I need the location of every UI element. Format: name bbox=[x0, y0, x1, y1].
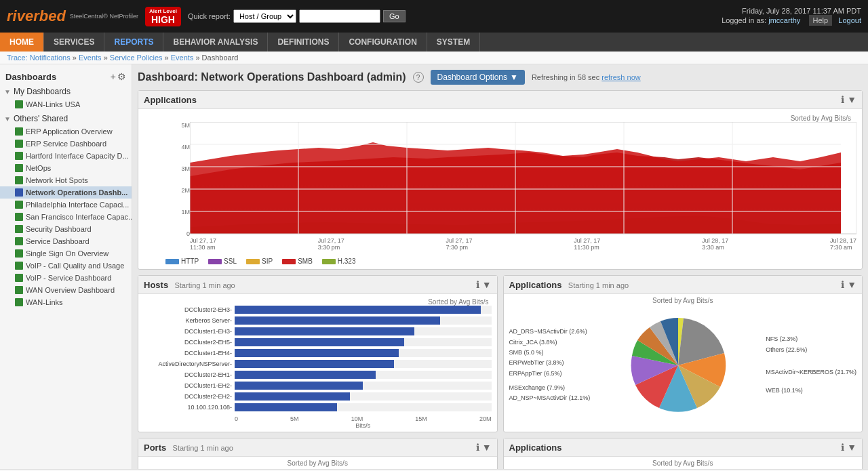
sidebar-item-hartford[interactable]: Hartford Interface Capacity D... bbox=[0, 150, 132, 162]
nav-behavior[interactable]: BEHAVIOR ANALYSIS bbox=[163, 33, 268, 52]
others-shared-label: Others' Shared bbox=[14, 114, 68, 123]
breadcrumb-trace[interactable]: Trace: Notifications bbox=[7, 54, 71, 62]
panel-expand-button[interactable]: ▼ bbox=[847, 94, 856, 105]
ports-expand-button[interactable]: ▼ bbox=[482, 442, 492, 453]
sidebar-item-wan-links-usa[interactable]: WAN-Links USA bbox=[0, 98, 132, 110]
quick-report-input[interactable] bbox=[299, 9, 380, 23]
breadcrumb-events2[interactable]: Events bbox=[171, 54, 194, 62]
logged-in-label: Logged in as: bbox=[722, 16, 766, 24]
hosts-expand-button[interactable]: ▼ bbox=[482, 279, 492, 290]
bar-track bbox=[235, 349, 492, 357]
sidebar-item-erp-service[interactable]: ERP Service Dashboard bbox=[0, 138, 132, 150]
bar-label: DCCluster1-EH2- bbox=[144, 382, 232, 389]
sidebar-item-label: VoIP - Service Dashboard bbox=[26, 274, 111, 282]
sidebar-title: Dashboards bbox=[5, 72, 56, 82]
nav-reports[interactable]: REPORTS bbox=[104, 33, 163, 52]
item-icon bbox=[15, 298, 23, 306]
hosts-bar-row: DCCluster2-EH2- bbox=[144, 392, 492, 401]
pie-label: AD_NSP~MSActivDir (12.1%) bbox=[509, 393, 591, 403]
legend-h323: H.323 bbox=[322, 258, 356, 265]
nav-definitions[interactable]: DEFINITIONS bbox=[268, 33, 339, 52]
refresh-now-link[interactable]: refresh now bbox=[601, 73, 640, 81]
quick-report-select[interactable]: Host / Group bbox=[233, 9, 296, 23]
sidebar-item-philly[interactable]: Philadelphia Interface Capaci... bbox=[0, 199, 132, 211]
my-dashboards-header[interactable]: ▼ My Dashboards bbox=[0, 85, 132, 98]
sidebar-item-wan-links[interactable]: WAN-Links bbox=[0, 296, 132, 308]
pie-label: AD_DRS~MSActivDir (2.6%) bbox=[509, 327, 591, 337]
pie-label: ERPWebTier (3.8%) bbox=[509, 358, 591, 368]
x-label-4: Jul 27, 1711:30 pm bbox=[574, 237, 600, 251]
sidebar-item-label: NetOps bbox=[26, 164, 51, 172]
sidebar-item-erp-app[interactable]: ERP Application Overview bbox=[0, 125, 132, 138]
others-shared-header[interactable]: ▼ Others' Shared bbox=[0, 112, 132, 125]
sidebar-item-voip-service[interactable]: VoIP - Service Dashboard bbox=[0, 272, 132, 284]
hosts-info-button[interactable]: ℹ bbox=[476, 279, 479, 290]
sidebar-item-netops[interactable]: NetOps bbox=[0, 162, 132, 174]
username-link[interactable]: jmccarthy bbox=[768, 16, 800, 24]
sidebar-item-security[interactable]: Security Dashboard bbox=[0, 223, 132, 235]
others-shared-section: ▼ Others' Shared ERP Application Overvie… bbox=[0, 112, 132, 308]
apps3-info-button[interactable]: ℹ bbox=[841, 442, 844, 453]
sidebar-item-label: San Francisco Interface Capac... bbox=[26, 213, 132, 221]
hosts-panel-header: Hosts Starting 1 min ago ℹ ▼ bbox=[138, 276, 497, 294]
hosts-panel-title: Hosts bbox=[144, 280, 168, 290]
dashboard-options-button[interactable]: Dashboard Options ▼ bbox=[431, 70, 525, 85]
sidebar-item-label: ERP Application Overview bbox=[26, 127, 113, 136]
item-icon bbox=[15, 286, 23, 294]
legend-smb: SMB bbox=[282, 258, 313, 265]
sidebar-item-sso[interactable]: Single Sign On Overview bbox=[0, 247, 132, 260]
logo-text: riverbed bbox=[7, 7, 66, 25]
bar-track bbox=[235, 316, 492, 325]
item-icon bbox=[15, 262, 23, 270]
nav-home[interactable]: HOME bbox=[0, 33, 44, 52]
pie-svg bbox=[624, 311, 732, 419]
dashboard-help-icon[interactable]: ? bbox=[413, 72, 424, 83]
navbar: HOME SERVICES REPORTS BEHAVIOR ANALYSIS … bbox=[0, 33, 868, 52]
sidebar: Dashboards + ⚙ ▼ My Dashboards WAN-Links… bbox=[0, 64, 132, 469]
item-icon bbox=[15, 100, 23, 108]
quick-report: Quick report: Host / Group Go bbox=[188, 9, 406, 23]
logout-link[interactable]: Logout bbox=[838, 16, 861, 24]
sidebar-settings-icon[interactable]: ⚙ bbox=[117, 71, 126, 82]
sidebar-item-label: Philadelphia Interface Capaci... bbox=[26, 201, 129, 209]
ports-panel-title-area: Ports Starting 1 min ago bbox=[144, 443, 233, 453]
sidebar-item-network-ops[interactable]: Network Operations Dashb... bbox=[0, 186, 132, 199]
apps2-info-button[interactable]: ℹ bbox=[841, 279, 844, 290]
sidebar-item-service[interactable]: Service Dashboard bbox=[0, 235, 132, 247]
content: Dashboard: Network Operations Dashboard … bbox=[132, 64, 868, 469]
help-button[interactable]: Help bbox=[809, 15, 833, 26]
x-label-6: Jul 28, 177:30 am bbox=[830, 237, 856, 251]
apps2-panel-title-area: Applications Starting 1 min ago bbox=[509, 280, 629, 290]
breadcrumb-policies[interactable]: Service Policies bbox=[110, 54, 163, 62]
legend-sip-label: SIP bbox=[262, 258, 273, 265]
go-button[interactable]: Go bbox=[383, 10, 406, 22]
ports-panel-header: Ports Starting 1 min ago ℹ ▼ bbox=[138, 438, 497, 457]
ports-info-button[interactable]: ℹ bbox=[476, 442, 479, 453]
apps3-expand-button[interactable]: ▼ bbox=[847, 442, 856, 453]
pie-container: AD_DRS~MSActivDir (2.6%) Citrix_JCA (3.8… bbox=[504, 307, 863, 424]
panel-info-button[interactable]: ℹ bbox=[841, 94, 844, 105]
bar-track bbox=[235, 392, 492, 401]
sidebar-item-sf[interactable]: San Francisco Interface Capac... bbox=[0, 211, 132, 223]
bar-label: DCCluster1-EH4- bbox=[144, 350, 232, 356]
ports-apps-row: Ports Starting 1 min ago ℹ ▼ Sorted by A… bbox=[138, 438, 863, 469]
nav-services[interactable]: SERVICES bbox=[44, 33, 104, 52]
dashboard-options-label: Dashboard Options bbox=[437, 73, 507, 82]
ports-panel-title: Ports bbox=[144, 443, 166, 453]
y-axis: 5M4M3M2M1M0 bbox=[165, 122, 190, 239]
bar-label: DCCluster2-EH2- bbox=[144, 393, 232, 400]
sidebar-item-voip-quality[interactable]: VoIP - Call Quality and Usage bbox=[0, 260, 132, 272]
sidebar-item-wan-overview[interactable]: WAN Overview Dashboard bbox=[0, 284, 132, 296]
nav-system[interactable]: SYSTEM bbox=[427, 33, 480, 52]
apps2-sort-label: Sorted by Avg Bits/s bbox=[504, 294, 863, 307]
breadcrumb-events1[interactable]: Events bbox=[79, 54, 102, 62]
add-dashboard-button[interactable]: + bbox=[111, 71, 116, 82]
hosts-sort-label: Sorted by Avg Bits/s bbox=[232, 298, 492, 306]
breadcrumb-current: Dashboard bbox=[202, 54, 239, 62]
pie-label: Citrix_JCA (3.8%) bbox=[509, 337, 591, 348]
apps2-expand-button[interactable]: ▼ bbox=[847, 279, 856, 290]
sidebar-item-network-hot-spots[interactable]: Network Hot Spots bbox=[0, 174, 132, 186]
pie-label: WEB (10.1%) bbox=[766, 386, 856, 396]
nav-configuration[interactable]: CONFIGURATION bbox=[339, 33, 427, 52]
legend-h323-label: H.323 bbox=[338, 258, 356, 265]
